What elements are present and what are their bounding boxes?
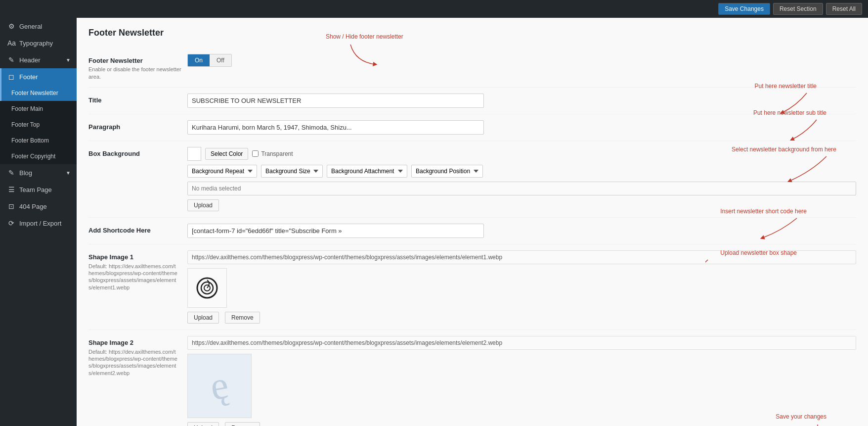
footer-newsletter-sublabel: Enable or disable the footer newsletter … [88, 66, 187, 81]
annotation-show-hide: Show / Hide footer newsletter [326, 33, 403, 40]
main-content: Footer Newsletter Footer Newsletter Enab… [77, 18, 868, 426]
shape-image-2-label: Shape Image 2 Default: https://dev.axilt… [88, 336, 187, 377]
shape-image-2-url[interactable] [187, 336, 856, 350]
spiral-icon [192, 273, 222, 303]
sidebar-item-import-export[interactable]: ⟳ Import / Export [0, 215, 77, 232]
chevron-down-icon: ▼ [66, 57, 71, 63]
content-area: Footer Newsletter Enable or disable the … [88, 48, 856, 426]
sidebar-item-label: Footer Bottom [11, 137, 49, 144]
box-background-label: Box Background [88, 147, 187, 157]
background-dropdowns: Background Repeat Background Size Backgr… [187, 165, 856, 178]
transparent-label[interactable]: Transparent [252, 150, 293, 157]
annotation-upload-shape: Upload newsletter box shape [720, 249, 797, 256]
footer-icon: ◻ [7, 73, 15, 81]
color-swatch[interactable] [187, 147, 201, 161]
sidebar-item-general[interactable]: ⚙ General [0, 18, 77, 35]
select-color-button[interactable]: Select Color [205, 148, 248, 160]
box-background-control: Select Color Transparent Background Repe… [187, 147, 856, 211]
footer-newsletter-control: On Off [187, 54, 856, 67]
sidebar-item-header[interactable]: ✎ Header ▼ [0, 51, 77, 68]
shape-image-1-buttons: Upload Remove [187, 312, 856, 324]
sidebar-item-label: Header [19, 56, 41, 64]
toggle-off-button[interactable]: Off [210, 54, 231, 66]
shape-image-1-remove-button[interactable]: Remove [225, 312, 260, 324]
404-icon: ⊡ [7, 202, 15, 210]
sidebar-item-footer-bottom[interactable]: Footer Bottom [0, 133, 77, 148]
paragraph-row: Paragraph Put here newsletter sub title [88, 114, 856, 141]
sidebar-item-label: Blog [19, 169, 32, 177]
shortcode-input[interactable] [187, 224, 484, 238]
import-export-icon: ⟳ [7, 219, 15, 227]
footer-newsletter-label: Footer Newsletter Enable or disable the … [88, 54, 187, 81]
bg-position-select[interactable]: Background Position [411, 165, 483, 178]
shape-image-2-upload-button[interactable]: Upload [187, 422, 219, 426]
title-label: Title [88, 94, 187, 104]
header-icon: ✎ [7, 56, 15, 64]
paragraph-control [187, 120, 856, 135]
background-upload-button[interactable]: Upload [187, 199, 219, 211]
bg-attachment-select[interactable]: Background Attachment [327, 165, 407, 178]
arrow-save [805, 422, 830, 426]
team-icon: ☰ [7, 186, 15, 193]
save-changes-button-top[interactable]: Save Changes [718, 3, 770, 15]
shortcode-label: Add Shortcode Here [88, 224, 187, 234]
arrow-upload-shape [705, 257, 755, 287]
shortcode-row: Add Shortcode Here Insert newsletter sho… [88, 218, 856, 244]
reset-all-button-top[interactable]: Reset All [826, 3, 862, 15]
transparent-checkbox[interactable] [252, 150, 259, 157]
page-title: Footer Newsletter [88, 28, 856, 38]
shape-image-2-row: Shape Image 2 Default: https://dev.axilt… [88, 330, 856, 426]
bg-size-select[interactable]: Background Size [261, 165, 323, 178]
reset-section-button-top[interactable]: Reset Section [773, 3, 823, 15]
annotation-save: Save your changes [776, 413, 826, 420]
typography-icon: Aa [7, 39, 15, 47]
sidebar-item-team-page[interactable]: ☰ Team Page [0, 181, 77, 198]
shape-image-2-buttons: Upload Remove [187, 422, 856, 426]
layout: ⚙ General Aa Typography ✎ Header ▼ ◻ Foo… [0, 18, 868, 426]
sidebar-item-label: Team Page [19, 186, 52, 193]
newsletter-toggle[interactable]: On Off [187, 54, 232, 67]
annotation-bg: Select newsletter background from here [732, 146, 836, 153]
toggle-on-button[interactable]: On [188, 54, 210, 66]
title-input[interactable] [187, 94, 484, 108]
sidebar-item-label: Footer Top [11, 121, 40, 128]
shape-image-2-remove-button[interactable]: Remove [225, 422, 260, 426]
sidebar-item-404[interactable]: ⊡ 404 Page [0, 198, 77, 215]
shape-image-1-preview [187, 268, 227, 308]
title-row: Title Put here newsletter title [88, 88, 856, 114]
title-control [187, 94, 856, 108]
shape2-letter: ę [207, 362, 232, 410]
arrow-show-hide [346, 42, 385, 67]
sidebar-item-footer-main[interactable]: Footer Main [0, 101, 77, 117]
chevron-down-icon: ▼ [66, 170, 71, 176]
shape-image-1-upload-button[interactable]: Upload [187, 312, 219, 324]
annotation-subtitle: Put here newsletter sub title [753, 109, 826, 116]
shape-image-1-row: Shape Image 1 Default: https://dev.axilt… [88, 244, 856, 330]
sidebar-item-footer-top[interactable]: Footer Top [0, 117, 77, 133]
footer-newsletter-row: Footer Newsletter Enable or disable the … [88, 48, 856, 88]
paragraph-input[interactable] [187, 120, 484, 135]
shape-image-1-sublabel: Default: https://dev.axilthemes.com/them… [88, 263, 177, 291]
sidebar: ⚙ General Aa Typography ✎ Header ▼ ◻ Foo… [0, 18, 77, 426]
annotation-title: Put here newsletter title [755, 83, 817, 90]
shape-image-1-label: Shape Image 1 Default: https://dev.axilt… [88, 250, 187, 291]
sidebar-item-typography[interactable]: Aa Typography [0, 35, 77, 51]
bg-repeat-select[interactable]: Background Repeat [187, 165, 257, 178]
sidebar-item-footer-newsletter[interactable]: Footer Newsletter [0, 85, 77, 101]
sidebar-item-label: Import / Export [19, 220, 61, 227]
sidebar-item-blog[interactable]: ✎ Blog ▼ [0, 164, 77, 181]
box-background-row: Box Background Select Color Transparent … [88, 141, 856, 218]
shape-image-2-preview: ę [187, 354, 252, 418]
sidebar-item-label: Footer Copyright [11, 153, 55, 160]
shape-image-1-control: Upload Remove [187, 250, 856, 324]
top-bar: Save Changes Reset Section Reset All [0, 0, 868, 18]
sidebar-item-label: 404 Page [19, 203, 47, 210]
sidebar-item-footer-copyright[interactable]: Footer Copyright [0, 148, 77, 164]
shape-image-2-control: ę Upload Remove [187, 336, 856, 426]
shape-image-2-sublabel: Default: https://dev.axilthemes.com/them… [88, 348, 177, 377]
sidebar-item-label: Footer [19, 73, 38, 81]
sidebar-item-footer[interactable]: ◻ Footer [0, 68, 77, 85]
arrow-subtitle [782, 117, 822, 142]
arrow-bg [782, 154, 831, 184]
sidebar-item-label: Typography [19, 40, 53, 47]
